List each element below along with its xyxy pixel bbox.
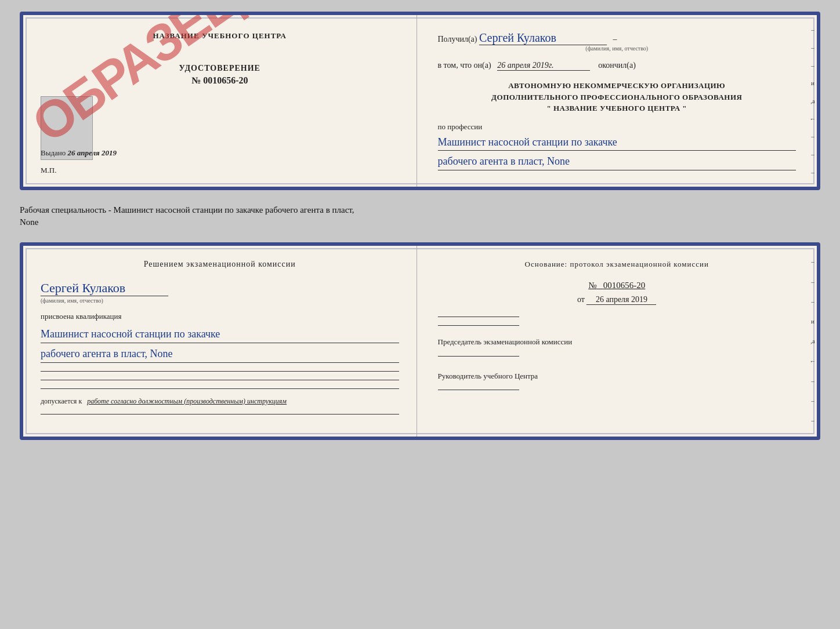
date-value: 26 апреля 2019г. — [497, 61, 590, 71]
between-text: Рабочая специальность - Машинист насосно… — [20, 205, 354, 227]
dash-5: ,а — [809, 97, 817, 104]
b-dash-6: ← — [809, 358, 817, 365]
mp-label: М.П. — [41, 166, 56, 175]
допускается-value: работе согласно должностным (производств… — [87, 397, 287, 405]
date-prefix-bottom: от — [577, 295, 585, 304]
org-line1: АВТОНОМНУЮ НЕКОММЕРЧЕСКУЮ ОРГАНИЗАЦИЮ — [438, 80, 796, 92]
bottom-left-panel: Решением экзаменационной комиссии Сергей… — [23, 246, 417, 437]
side-dashes: – – – и ,а ← – – – — [809, 15, 817, 187]
b-dash-9: – — [809, 417, 817, 424]
chairman-signature-line — [438, 356, 519, 357]
fio-hint-bottom: (фамилия, имя, отчество) — [41, 297, 399, 304]
issued-date: 26 апреля 2019 — [68, 148, 117, 157]
b-dash-2: – — [809, 278, 817, 285]
bottom-right-panel: Основание: протокол экзаменационной коми… — [417, 246, 817, 437]
qualification-line1: Машинист насосной станции по закачке — [41, 326, 399, 343]
допускается-prefix: допускается к — [41, 397, 82, 405]
b-dash-7: – — [809, 377, 817, 384]
date-line: в том, что он(а) 26 апреля 2019г. окончи… — [438, 61, 796, 71]
blank-line-2 — [41, 380, 399, 380]
blank-line-r2 — [438, 325, 519, 326]
org-line3: " НАЗВАНИЕ УЧЕБНОГО ЦЕНТРА " — [438, 103, 796, 114]
qualification-label: присвоена квалификация — [41, 312, 399, 321]
issued-line: Выдано 26 апреля 2019 — [41, 148, 117, 158]
profession-line2: рабочего агента в пласт, None — [438, 153, 796, 170]
head-block: Руководитель учебного Центра — [438, 370, 796, 391]
basis-title: Основание: протокол экзаменационной коми… — [438, 260, 796, 269]
b-dash-1: – — [809, 258, 817, 265]
commission-title: Решением экзаменационной комиссии — [41, 260, 399, 269]
received-line: Получил(а) Сергей Кулаков – (фамилия, им… — [438, 31, 796, 52]
protocol-date-line: от 26 апреля 2019 — [438, 295, 796, 305]
blank-line-4 — [41, 414, 399, 415]
dash-8: – — [809, 151, 817, 158]
top-left-panel: НАЗВАНИЕ УЧЕБНОГО ЦЕНТРА ОБРАЗЕЦ УДОСТОВ… — [23, 15, 417, 187]
protocol-number: 0010656-20 — [603, 281, 646, 290]
top-document: НАЗВАНИЕ УЧЕБНОГО ЦЕНТРА ОБРАЗЕЦ УДОСТОВ… — [20, 12, 820, 190]
dash-9: – — [809, 169, 817, 176]
blank-line-r1 — [438, 317, 519, 317]
top-right-panel: Получил(а) Сергей Кулаков – (фамилия, им… — [417, 15, 817, 187]
protocol-date-value: 26 апреля 2019 — [586, 295, 656, 305]
bottom-document: Решением экзаменационной комиссии Сергей… — [20, 242, 820, 440]
person-name-bottom-wrapper: Сергей Кулаков (фамилия, имя, отчество) — [41, 281, 399, 304]
fio-hint: (фамилия, имя, отчество) — [438, 45, 796, 52]
protocol-number-line: № 0010656-20 — [438, 281, 796, 290]
b-dash-5: ,а — [809, 337, 817, 344]
dash-1: – — [809, 26, 817, 33]
b-dash-4: и — [809, 318, 817, 325]
person-name-bottom: Сергей Кулаков — [41, 281, 168, 296]
dash-3: – — [809, 62, 817, 69]
chairman-block: Председатель экзаменационной комиссии — [438, 336, 796, 357]
head-label: Руководитель учебного Центра — [438, 370, 796, 382]
protocol-prefix: № — [588, 281, 596, 290]
blank-line-1 — [41, 371, 399, 372]
b-dash-8: – — [809, 397, 817, 404]
b-dash-3: – — [809, 298, 817, 305]
blank-line-3 — [41, 388, 399, 389]
profession-label: по профессии — [438, 122, 796, 132]
dash-2: – — [809, 44, 817, 51]
bottom-side-dashes: – – – и ,а ← – – – — [809, 246, 817, 437]
received-name: Сергей Кулаков — [479, 31, 607, 45]
between-label: Рабочая специальность - Машинист насосно… — [20, 202, 820, 231]
dash-7: – — [809, 133, 817, 140]
org-block: АВТОНОМНУЮ НЕКОММЕРЧЕСКУЮ ОРГАНИЗАЦИЮ ДО… — [438, 80, 796, 114]
date-prefix: в том, что он(а) — [438, 61, 491, 70]
qualification-line2: рабочего агента в пласт, None — [41, 346, 399, 363]
received-label: Получил(а) — [438, 35, 477, 43]
dash-4: и — [809, 79, 817, 86]
blank-lines — [41, 371, 399, 389]
org-line2: ДОПОЛНИТЕЛЬНОГО ПРОФЕССИОНАЛЬНОГО ОБРАЗО… — [438, 92, 796, 103]
head-signature-line — [438, 390, 519, 390]
dash-6: ← — [809, 115, 817, 122]
profession-line1: Машинист насосной станции по закачке — [438, 134, 796, 151]
chairman-label: Председатель экзаменационной комиссии — [438, 336, 796, 348]
допускается-line: допускается к работе согласно должностны… — [41, 397, 399, 406]
date-suffix: окончил(а) — [598, 61, 636, 70]
